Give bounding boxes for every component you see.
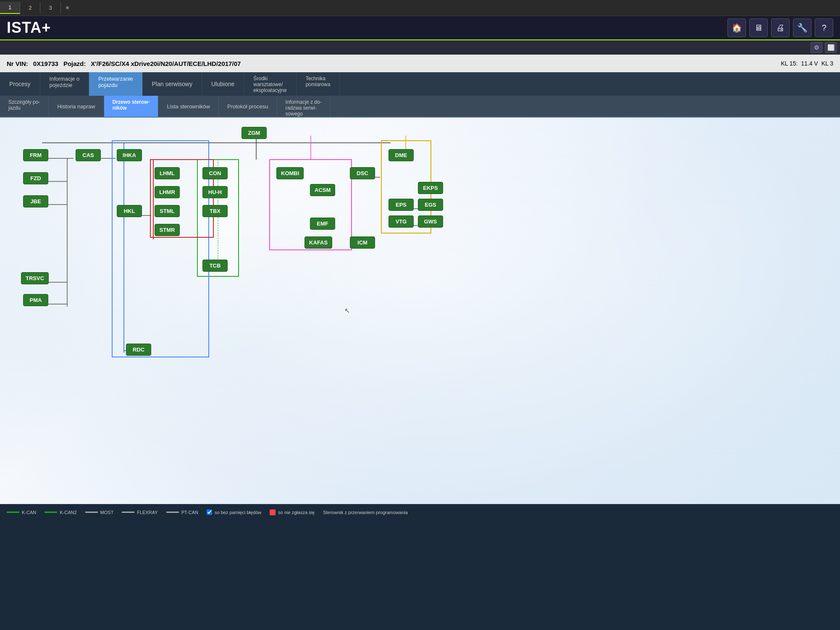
vehicle-label: Pojazd: <box>63 60 86 67</box>
programowanie-label: Sterownik z przerwaniem programowania <box>323 510 408 515</box>
cursor-indicator: ↖ <box>344 307 350 315</box>
ecu-eps[interactable]: EPS <box>388 199 414 211</box>
ecu-frm[interactable]: FRM <box>23 149 48 161</box>
expand-icon[interactable]: ⬜ <box>825 42 837 53</box>
sub-nav-szczegoly[interactable]: Szczegóły po- jazdu <box>0 96 49 117</box>
ecu-kafas[interactable]: KAFAS <box>304 236 332 249</box>
ecu-con[interactable]: CON <box>202 167 228 179</box>
legend-programowanie: Sterownik z przerwaniem programowania <box>323 510 408 515</box>
ecu-trsvc[interactable]: TRSVC <box>21 272 49 284</box>
main-navigation: Procesy Informacje o pojeździe Przetwarz… <box>0 72 840 96</box>
ecu-ekps[interactable]: EKPS <box>418 182 443 194</box>
kcan2-label: K-CAN2 <box>60 510 76 515</box>
connections-svg <box>0 118 840 504</box>
ecu-hkl[interactable]: HKL <box>117 205 142 217</box>
bez-bledow-label: so bez pamięci błędów <box>215 510 261 515</box>
kcan-line <box>7 512 19 513</box>
most-label: MOST <box>100 510 114 515</box>
ecu-pma[interactable]: PMA <box>23 294 48 306</box>
nav-przetwarzanie[interactable]: Przetwarzanie pojazdu <box>89 72 142 96</box>
vin-bar: Nr VIN: 0X19733 Pojazd: X'/F26/SC/X4 xDr… <box>0 55 840 72</box>
tab-menu[interactable]: ≡ <box>61 2 74 13</box>
ecu-lhml[interactable]: LHML <box>155 167 180 179</box>
settings-icon[interactable]: ⚙ <box>811 42 822 53</box>
legend-ptcan: PT-CAN <box>166 510 198 515</box>
sub-nav-informacje2[interactable]: Informacje z do- radzwa serwi- sowego <box>277 96 331 117</box>
ecu-ihka[interactable]: IHKA <box>117 149 142 161</box>
bottom-status-bar: K-CAN K-CAN2 MOST FLEXRAY PT-CAN so bez … <box>0 504 840 520</box>
vin-label: Nr VIN: <box>7 60 28 67</box>
most-line <box>85 512 98 513</box>
nav-ulubione[interactable]: Ulubione <box>202 72 244 96</box>
kl15-value: 11.4 V <box>801 60 818 67</box>
vehicle-value: X'/F26/SC/X4 xDrive20i/N20/AUT/ECE/LHD/2… <box>91 60 241 67</box>
ecu-huh[interactable]: HU-H <box>202 186 228 198</box>
nav-technika[interactable]: Technika pomiarowa <box>297 72 340 96</box>
ecu-jbe[interactable]: JBE <box>23 195 48 207</box>
legend-bez-bledow: so bez pamięci błędów <box>207 509 261 515</box>
diagram-area: ZGM FRM CAS IHKA DME FZD LHML CON KOMBI … <box>0 118 840 504</box>
tab-2[interactable]: 2 <box>20 2 40 13</box>
ecu-dme[interactable]: DME <box>388 149 414 161</box>
kcan2-line <box>45 512 57 513</box>
ecu-zgm[interactable]: ZGM <box>242 127 267 139</box>
legend-kcan2: K-CAN2 <box>45 510 76 515</box>
ecu-cas[interactable]: CAS <box>76 149 101 161</box>
monitor-icon[interactable]: 🖥 <box>749 18 768 37</box>
ecu-icm[interactable]: ICM <box>350 236 375 249</box>
ecu-vtg[interactable]: VTG <box>388 215 414 228</box>
sub-nav-protokol[interactable]: Protokół procesu <box>219 96 277 117</box>
bez-bledow-checkbox[interactable] <box>207 509 212 515</box>
legend-kcan: K-CAN <box>7 510 36 515</box>
tab-1[interactable]: 1 <box>0 2 20 14</box>
sub-nav-lista[interactable]: Lista sterowników <box>158 96 219 117</box>
ecu-fzd[interactable]: FZD <box>23 172 48 184</box>
print-icon[interactable]: 🖨 <box>771 18 790 37</box>
top-tab-bar: 1 2 3 ≡ <box>0 0 840 16</box>
ecu-stml[interactable]: STML <box>155 205 180 217</box>
app-header: ISTA+ 🏠 🖥 🖨 🔧 ? <box>0 16 840 40</box>
sub-navigation: Szczegóły po- jazdu Historia napraw Drze… <box>0 96 840 118</box>
sub-nav-historia[interactable]: Historia napraw <box>49 96 104 117</box>
kl3-label: KL 3 <box>822 60 833 67</box>
ecu-acsm[interactable]: ACSM <box>310 184 335 196</box>
tab-3[interactable]: 3 <box>40 2 60 13</box>
ecu-tbx[interactable]: TBX <box>202 205 228 217</box>
ecu-lhmr[interactable]: LHMR <box>155 186 180 198</box>
flexray-line <box>122 512 134 513</box>
ecu-egs[interactable]: EGS <box>418 199 443 211</box>
nav-informacje[interactable]: Informacje o pojeździe <box>40 72 89 96</box>
ptcan-label: PT-CAN <box>181 510 198 515</box>
ecu-emf[interactable]: EMF <box>310 218 335 230</box>
home-icon[interactable]: 🏠 <box>727 18 746 37</box>
legend-most: MOST <box>85 510 114 515</box>
toolbar-row: ⚙ ⬜ <box>0 40 840 55</box>
nie-zglasza-icon <box>270 509 276 515</box>
ecu-tcb[interactable]: TCB <box>202 260 228 272</box>
nav-srodki[interactable]: Środki warsztatowe/ eksploatacyjne <box>244 72 296 96</box>
help-icon[interactable]: ? <box>815 18 833 37</box>
wrench-icon[interactable]: 🔧 <box>793 18 811 37</box>
nav-plan[interactable]: Plan serwisowy <box>143 72 202 96</box>
ecu-rdc[interactable]: RDC <box>126 344 151 356</box>
header-icon-group: 🏠 🖥 🖨 🔧 ? <box>727 18 833 37</box>
ecu-dsc[interactable]: DSC <box>350 167 375 179</box>
legend-nie-zglasza: so nie zgłasza się <box>270 509 315 515</box>
kcan-label: K-CAN <box>22 510 36 515</box>
ecu-stmr[interactable]: STMR <box>155 224 180 236</box>
nav-procesy[interactable]: Procesy <box>0 72 40 96</box>
nie-zglasza-label: so nie zgłasza się <box>278 510 315 515</box>
kl15-label: KL 15: <box>781 60 798 67</box>
sub-nav-drzewo[interactable]: Drzewo sterow- ników <box>104 96 159 117</box>
legend-flexray: FLEXRAY <box>122 510 158 515</box>
ecu-gws[interactable]: GWS <box>418 215 443 228</box>
flexray-label: FLEXRAY <box>137 510 158 515</box>
ecu-kombi[interactable]: KOMBI <box>276 167 304 179</box>
app-title: ISTA+ <box>7 19 51 37</box>
ptcan-line <box>166 512 179 513</box>
vin-value: 0X19733 <box>33 60 58 67</box>
